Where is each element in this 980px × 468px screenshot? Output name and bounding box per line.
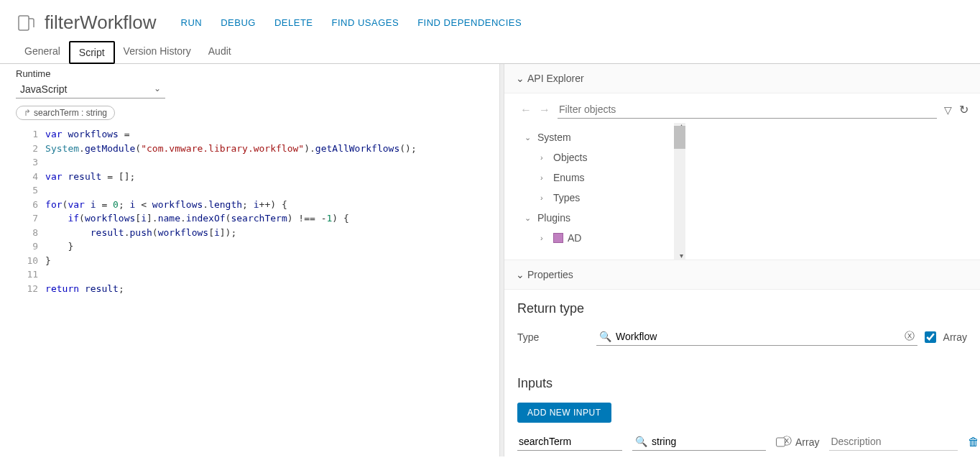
chevron-down-icon: ⌄: [524, 133, 533, 142]
chevron-right-icon: ›: [540, 153, 549, 162]
tree-item-ad[interactable]: ›AD: [524, 228, 674, 248]
return-type-row: Type 🔍 ⓧ Array: [517, 328, 967, 346]
runtime-select-wrap[interactable]: JavaScript ⌄: [16, 81, 165, 98]
workflow-icon: [16, 12, 37, 34]
properties-header[interactable]: ⌄ Properties: [504, 260, 980, 290]
type-input[interactable]: [614, 328, 902, 345]
action-bar: RUN DEBUG DELETE FIND USAGES FIND DEPEND…: [181, 17, 522, 28]
array-checkbox[interactable]: [925, 331, 936, 343]
tree-item-system[interactable]: ⌄System: [524, 127, 674, 147]
chevron-right-icon: ›: [540, 173, 549, 182]
main-content: Runtime JavaScript ⌄ ↱ searchTerm : stri…: [0, 64, 980, 456]
delete-button[interactable]: DELETE: [274, 17, 313, 28]
input-array-label: Array: [795, 436, 819, 448]
tab-general[interactable]: General: [16, 41, 69, 63]
api-toolbar: ← → ▽ ↻: [504, 93, 980, 123]
nav-forward-icon[interactable]: →: [539, 104, 550, 116]
array-label: Array: [943, 331, 967, 343]
search-icon: 🔍: [599, 331, 611, 342]
input-type-field[interactable]: [650, 433, 779, 450]
pane-splitter[interactable]: [499, 64, 504, 456]
code-editor[interactable]: 123456789101112 var workflows = System.g…: [16, 127, 494, 310]
chevron-down-icon: ⌄: [516, 269, 524, 280]
type-search-wrap[interactable]: 🔍 ⓧ: [596, 328, 917, 346]
filter-objects-input[interactable]: [558, 101, 937, 119]
runtime-label: Runtime: [16, 68, 494, 79]
chip-label: searchTerm : string: [34, 108, 107, 118]
code-body[interactable]: var workflows = System.getModule("com.vm…: [45, 127, 494, 310]
runtime-select[interactable]: JavaScript: [16, 81, 165, 98]
editor-pane: Runtime JavaScript ⌄ ↱ searchTerm : stri…: [0, 64, 499, 456]
scrollbar-thumb[interactable]: [674, 126, 685, 149]
input-description-field[interactable]: [829, 433, 958, 451]
find-usages-button[interactable]: FIND USAGES: [332, 17, 399, 28]
tab-version-history[interactable]: Version History: [115, 41, 200, 63]
find-dependencies-button[interactable]: FIND DEPENDENCIES: [417, 17, 522, 28]
input-row: 🔍 ⓧ Array 🗑: [517, 433, 967, 451]
api-explorer-title: API Explorer: [527, 73, 584, 84]
side-panel: ⌄ API Explorer ← → ▽ ↻ ⌄System ›Objects …: [504, 64, 980, 456]
variable-chip[interactable]: ↱ searchTerm : string: [16, 106, 115, 120]
return-type-title: Return type: [517, 301, 967, 316]
clear-icon[interactable]: ⓧ: [905, 330, 915, 343]
refresh-icon[interactable]: ↻: [959, 103, 969, 116]
filter-dropdown-icon[interactable]: ▽: [944, 104, 952, 116]
api-explorer-header[interactable]: ⌄ API Explorer: [504, 64, 980, 93]
add-new-input-button[interactable]: ADD NEW INPUT: [517, 403, 611, 423]
api-tree: ⌄System ›Objects ›Enums ›Types ⌄Plugins …: [504, 123, 685, 260]
type-label: Type: [517, 331, 589, 343]
tree-item-objects[interactable]: ›Objects: [524, 147, 674, 168]
svg-rect-0: [19, 16, 29, 30]
line-gutter: 123456789101112: [16, 127, 45, 310]
tab-script[interactable]: Script: [69, 41, 115, 64]
inputs-title: Inputs: [517, 376, 967, 391]
chevron-right-icon: ›: [540, 234, 549, 242]
inputs-section: Inputs ADD NEW INPUT 🔍 ⓧ Array 🗑: [504, 364, 980, 456]
tree-scrollbar[interactable]: ▴ ▾: [674, 123, 685, 260]
header: filterWorkflow RUN DEBUG DELETE FIND USA…: [0, 0, 980, 41]
chevron-down-icon: ⌄: [516, 73, 524, 84]
tree-item-types[interactable]: ›Types: [524, 188, 674, 208]
search-icon: 🔍: [635, 436, 647, 447]
tab-audit[interactable]: Audit: [200, 41, 240, 63]
input-arrow-icon: ↱: [24, 108, 31, 118]
trash-icon[interactable]: 🗑: [968, 436, 979, 449]
plugin-icon: [553, 233, 563, 243]
return-type-section: Return type Type 🔍 ⓧ Array: [504, 290, 980, 364]
properties-title: Properties: [527, 269, 573, 280]
nav-back-icon[interactable]: ←: [520, 104, 532, 116]
tree-item-plugins[interactable]: ⌄Plugins: [524, 208, 674, 228]
page-title: filterWorkflow: [45, 12, 157, 34]
input-array-checkbox[interactable]: [776, 436, 785, 448]
scroll-down-icon[interactable]: ▾: [680, 252, 683, 260]
tab-bar: General Script Version History Audit: [0, 41, 980, 64]
input-type-wrap[interactable]: 🔍 ⓧ: [632, 433, 766, 451]
chevron-down-icon: ⌄: [524, 214, 533, 223]
chevron-right-icon: ›: [540, 193, 549, 202]
tree-container: ⌄System ›Objects ›Enums ›Types ⌄Plugins …: [504, 123, 685, 260]
input-name-field[interactable]: [517, 433, 622, 451]
tree-item-enums[interactable]: ›Enums: [524, 168, 674, 188]
debug-button[interactable]: DEBUG: [221, 17, 256, 28]
run-button[interactable]: RUN: [181, 17, 203, 28]
